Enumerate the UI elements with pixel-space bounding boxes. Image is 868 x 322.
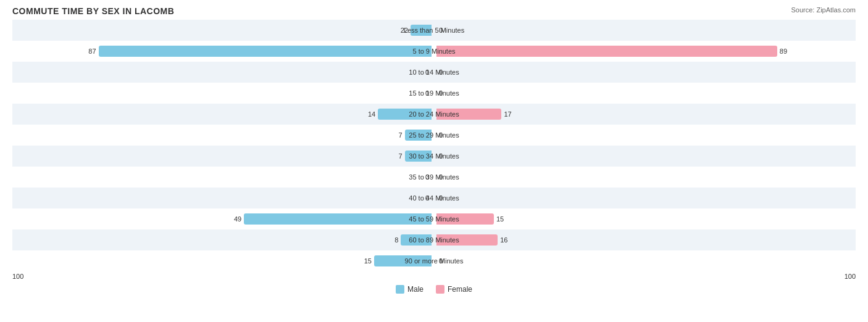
right-section: 0 — [434, 83, 856, 104]
male-bar — [405, 151, 432, 162]
table-row: 0 10 to 14 Minutes 0 — [12, 62, 856, 83]
left-section: 7 — [12, 125, 434, 146]
chart-title: COMMUTE TIME BY SEX IN LACOMB — [12, 6, 856, 16]
female-value: 0 — [439, 131, 443, 139]
table-row: 14 20 to 24 Minutes 17 — [12, 104, 856, 125]
male-value: 0 — [425, 68, 429, 76]
male-bar — [244, 213, 432, 225]
table-row: 22 Less than 5 Minutes 0 — [12, 20, 856, 41]
left-section: 7 — [12, 146, 434, 167]
female-value: 17 — [504, 110, 511, 118]
right-section: 15 — [434, 208, 856, 229]
female-value: 16 — [500, 236, 507, 244]
right-section: 0 — [434, 62, 856, 83]
left-section: 8 — [12, 229, 434, 250]
table-row: 87 5 to 9 Minutes 89 — [12, 41, 856, 62]
male-value: 0 — [425, 194, 429, 202]
male-bar — [405, 130, 432, 141]
male-bar — [378, 109, 432, 120]
left-section: 49 — [12, 208, 434, 229]
female-bar — [436, 46, 777, 57]
legend: Male Female — [12, 285, 856, 294]
male-bar — [411, 25, 432, 36]
left-section: 0 — [12, 167, 434, 188]
male-bar — [99, 46, 432, 57]
male-value: 87 — [88, 47, 96, 55]
male-bar — [401, 234, 432, 246]
right-section: 0 — [434, 167, 856, 188]
female-value: 0 — [439, 27, 443, 34]
chart-container: COMMUTE TIME BY SEX IN LACOMB Source: Zi… — [0, 0, 868, 322]
male-value: 7 — [398, 152, 402, 160]
right-section: 17 — [434, 104, 856, 125]
right-section: 0 — [434, 125, 856, 146]
male-value: 49 — [234, 215, 241, 223]
female-bar — [436, 234, 498, 246]
male-value: 8 — [394, 236, 398, 244]
axis-right: 100 — [845, 273, 856, 280]
female-value: 0 — [439, 194, 443, 202]
female-value: 0 — [439, 89, 443, 97]
male-value: 22 — [401, 27, 408, 34]
male-bar — [374, 255, 432, 266]
legend-female-box — [436, 285, 444, 294]
axis-left: 100 — [12, 273, 23, 280]
legend-female: Female — [436, 285, 472, 294]
female-value: 89 — [780, 47, 787, 55]
source-label: Source: ZipAtlas.com — [791, 6, 856, 14]
male-value: 15 — [364, 257, 372, 265]
male-value: 14 — [368, 110, 375, 118]
right-section: 0 — [434, 188, 856, 208]
right-section: 0 — [434, 20, 856, 41]
table-row: 7 25 to 29 Minutes 0 — [12, 125, 856, 146]
female-bar — [436, 213, 494, 225]
left-section: 0 — [12, 62, 434, 83]
axis-labels: 100 100 — [12, 271, 856, 281]
female-value: 0 — [439, 68, 443, 76]
table-row: 0 15 to 19 Minutes 0 — [12, 83, 856, 104]
right-section: 0 — [434, 250, 856, 271]
female-value: 0 — [439, 257, 443, 265]
left-section: 14 — [12, 104, 434, 125]
right-section: 0 — [434, 146, 856, 167]
legend-male: Male — [396, 285, 424, 294]
table-row: 8 60 to 89 Minutes 16 — [12, 229, 856, 250]
male-value: 0 — [425, 173, 429, 181]
left-section: 87 — [12, 41, 434, 62]
male-value: 0 — [425, 89, 429, 97]
table-row: 49 45 to 59 Minutes 15 — [12, 208, 856, 229]
left-section: 22 — [12, 20, 434, 41]
legend-female-label: Female — [448, 285, 472, 294]
left-section: 0 — [12, 83, 434, 104]
right-section: 16 — [434, 229, 856, 250]
legend-male-label: Male — [407, 285, 424, 294]
female-value: 15 — [496, 215, 504, 223]
female-bar — [436, 109, 501, 120]
legend-male-box — [396, 285, 404, 294]
chart-area: 22 Less than 5 Minutes 0 87 5 to 9 Minut… — [12, 20, 856, 271]
left-section: 0 — [12, 188, 434, 208]
right-section: 89 — [434, 41, 856, 62]
left-section: 15 — [12, 250, 434, 271]
table-row: 15 90 or more Minutes 0 — [12, 250, 856, 271]
female-value: 0 — [439, 152, 443, 160]
table-row: 0 40 to 44 Minutes 0 — [12, 188, 856, 208]
table-row: 0 35 to 39 Minutes 0 — [12, 167, 856, 188]
male-value: 7 — [398, 131, 402, 139]
table-row: 7 30 to 34 Minutes 0 — [12, 146, 856, 167]
female-value: 0 — [439, 173, 443, 181]
